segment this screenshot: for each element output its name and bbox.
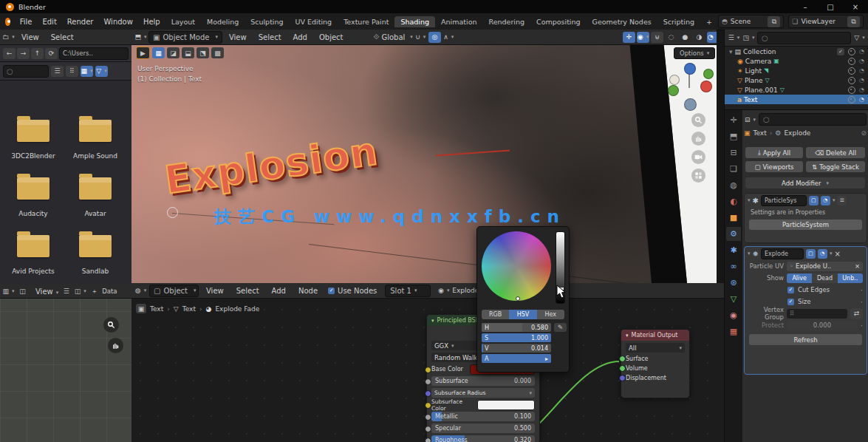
- show-viewport-icon[interactable]: ▢: [806, 249, 816, 259]
- disable-render-icon[interactable]: ◔: [859, 48, 864, 55]
- socket-volume[interactable]: [619, 365, 626, 372]
- explode-modifier-header[interactable]: ▾ ✸ Explode ▢ ◔ ▾ ×: [745, 247, 867, 260]
- tab-scene[interactable]: ◍: [726, 178, 741, 192]
- use-nodes-toggle[interactable]: ✓ Use Nodes: [328, 287, 377, 295]
- display-horizontal-list-icon[interactable]: ⠿: [66, 66, 78, 77]
- show-gizmo-icon[interactable]: ✛: [623, 32, 635, 43]
- show-viewport-icon[interactable]: ▢: [809, 196, 819, 205]
- viewport-view-menu[interactable]: View: [224, 33, 252, 41]
- properties-search-input[interactable]: ○: [759, 113, 867, 126]
- tab-tool[interactable]: ✛: [726, 113, 741, 127]
- display-vertical-list-icon[interactable]: ☰: [51, 66, 64, 77]
- color-picker-popup[interactable]: RGB HSV Hex H0.580 S1.000 V0.014: [476, 226, 570, 373]
- viewport-ortho-toggle-icon[interactable]: [691, 169, 705, 183]
- stack-icon[interactable]: ☰: [837, 196, 847, 205]
- tab-hex[interactable]: Hex: [537, 310, 564, 319]
- folder-item[interactable]: Audacity: [3, 177, 64, 217]
- workspace-tab-compositing[interactable]: Compositing: [530, 16, 587, 27]
- folder-item[interactable]: 3DC2Blender: [3, 120, 64, 160]
- forward-icon[interactable]: →: [17, 48, 30, 59]
- subsurface-radius-dropdown[interactable]: Subsurface Radius: [431, 388, 535, 398]
- workspace-tab-sculpting[interactable]: Sculpting: [245, 16, 289, 27]
- socket-roughness[interactable]: [425, 438, 431, 442]
- menu-file[interactable]: File: [15, 18, 38, 26]
- socket-displacement[interactable]: [619, 375, 626, 381]
- outliner-row-plane-001[interactable]: ▽ Plane.001 ▽ ◔: [725, 85, 868, 95]
- workspace-tab-rendering[interactable]: Rendering: [482, 16, 530, 27]
- folder-item[interactable]: Avid Projects: [3, 235, 64, 275]
- tool-option-icon[interactable]: ▦: [152, 47, 165, 58]
- navigation-gizmo[interactable]: [668, 63, 712, 107]
- active-tool-icon[interactable]: ▶: [136, 47, 150, 59]
- hamburger-menu-icon[interactable]: ☰: [60, 286, 72, 297]
- workspace-tab-animation[interactable]: Animation: [435, 16, 482, 27]
- hide-eye-icon[interactable]: [848, 67, 855, 75]
- viewports-button[interactable]: ▢Viewports: [745, 161, 803, 172]
- image-browse-icon[interactable]: ◫: [74, 286, 86, 297]
- proportional-edit-icon[interactable]: ◎: [428, 32, 441, 43]
- show-render-icon[interactable]: ◔: [818, 249, 827, 259]
- material-output-node[interactable]: ▾Material Output All Surface Volume Disp…: [621, 329, 690, 398]
- menu-window[interactable]: Window: [98, 18, 137, 26]
- viewport-select-menu[interactable]: Select: [253, 33, 287, 41]
- tab-object-data[interactable]: ▽: [726, 292, 741, 306]
- shading-material-icon[interactable]: ◑: [693, 32, 705, 43]
- properties-editor-icon[interactable]: ⊟: [744, 114, 756, 125]
- outliner-filter-id-icon[interactable]: ◳: [742, 33, 755, 44]
- outliner-row-light[interactable]: ✶ Light ◥ ◔: [725, 66, 868, 75]
- folder-item[interactable]: Ample Sound: [65, 120, 126, 160]
- modifier-name-field[interactable]: ParticleSys: [761, 195, 807, 206]
- exclude-checkbox[interactable]: ✓: [837, 48, 844, 55]
- hide-eye-icon[interactable]: [848, 77, 855, 84]
- hide-eye-icon[interactable]: [848, 48, 855, 55]
- eyedropper-icon[interactable]: ✎: [554, 323, 567, 332]
- hide-eye-icon[interactable]: [848, 86, 855, 94]
- tab-texture[interactable]: ▦: [726, 324, 741, 339]
- outliner-search-input[interactable]: ○: [757, 32, 851, 44]
- color-wheel-cursor[interactable]: [516, 296, 520, 301]
- show-unborn-toggle[interactable]: Unb..: [838, 273, 863, 283]
- shading-solid-icon[interactable]: ●: [679, 32, 691, 43]
- viewport-options-button[interactable]: Options: [674, 47, 715, 59]
- hide-eye-icon[interactable]: [848, 58, 855, 65]
- color-wheel[interactable]: [482, 231, 551, 301]
- minimize-button[interactable]: –: [793, 0, 818, 13]
- editor-type-3d-viewport-icon[interactable]: ⬒: [134, 32, 147, 43]
- cut-edges-checkbox[interactable]: ✓: [787, 287, 794, 293]
- alpha-slider[interactable]: A▸: [482, 354, 551, 363]
- parent-dir-icon[interactable]: ↑: [31, 48, 44, 59]
- add-workspace-button[interactable]: +: [700, 16, 718, 27]
- workspace-tab-shading[interactable]: Shading: [394, 16, 435, 27]
- socket-metallic[interactable]: [425, 414, 431, 421]
- viewport-3d[interactable]: Explosion 技艺CG www.qdnxxfb.cn ⬒ ▣ Object…: [131, 30, 717, 283]
- shader-node-menu[interactable]: Node: [293, 287, 323, 295]
- folder-item[interactable]: Avatar: [65, 177, 126, 217]
- tab-hsv[interactable]: HSV: [509, 310, 536, 319]
- shader-view-menu[interactable]: View: [201, 287, 229, 295]
- refresh-icon[interactable]: ⟳: [45, 48, 58, 59]
- transform-orientation-selector[interactable]: ⟐ Global: [374, 33, 413, 41]
- hide-eye-icon[interactable]: [848, 96, 855, 103]
- expand-icon[interactable]: ▾: [748, 197, 751, 203]
- apply-all-button[interactable]: ⤓Apply All: [745, 147, 803, 158]
- metallic-slider[interactable]: Metallic0.100: [431, 412, 535, 421]
- workspace-tab-scripting[interactable]: Scripting: [657, 16, 700, 27]
- disable-render-icon[interactable]: ◔: [859, 67, 864, 75]
- viewport-camera-view-icon[interactable]: [691, 150, 705, 164]
- refresh-button[interactable]: Refresh: [749, 334, 862, 345]
- toggle-stack-button[interactable]: ⇅Toggle Stack: [806, 161, 865, 172]
- breadcrumb-modifier[interactable]: Explode: [784, 129, 810, 137]
- image-view-menu[interactable]: View: [30, 288, 58, 296]
- show-render-icon[interactable]: ◔: [821, 196, 830, 205]
- scene-selector[interactable]: ◓ Scene ⧉: [718, 15, 784, 28]
- filter-funnel-icon[interactable]: ▽: [95, 66, 108, 77]
- workspace-tab-texture-paint[interactable]: Texture Paint: [338, 16, 394, 27]
- shader-select-menu[interactable]: Select: [231, 287, 264, 295]
- delete-modifier-icon[interactable]: ×: [834, 250, 840, 258]
- file-search-input[interactable]: ○: [3, 65, 49, 78]
- show-alive-toggle[interactable]: Alive: [787, 273, 812, 283]
- socket-base-color[interactable]: [425, 367, 431, 373]
- tab-view-layer[interactable]: ❏: [726, 162, 741, 176]
- protect-value-field[interactable]: 0.000: [787, 321, 858, 330]
- blender-menu-icon[interactable]: [5, 18, 10, 26]
